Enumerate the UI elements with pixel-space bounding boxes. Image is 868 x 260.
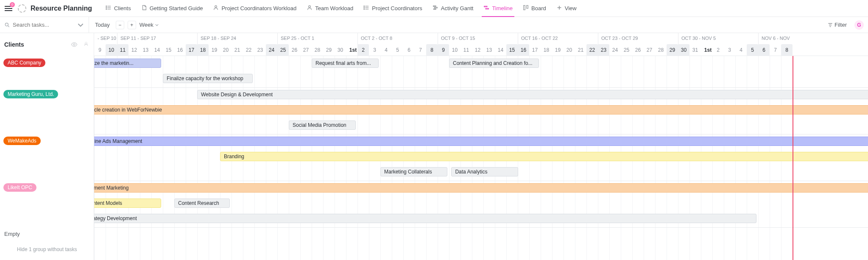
task-bar[interactable]: Content Research	[174, 198, 230, 208]
day-cell[interactable]: 24	[609, 44, 621, 56]
day-cell[interactable]: 10	[106, 44, 117, 56]
day-cell[interactable]: 9	[438, 44, 449, 56]
tab-board[interactable]: Board	[518, 0, 551, 17]
day-cell[interactable]: 10	[449, 44, 461, 56]
day-cell[interactable]: 28	[312, 44, 323, 56]
task-bar[interactable]: Request final arts from...	[312, 59, 379, 68]
day-cell[interactable]: 5	[747, 44, 758, 56]
day-cell[interactable]: 12	[128, 44, 140, 56]
day-cell[interactable]: 14	[495, 44, 506, 56]
day-cell[interactable]: 27	[644, 44, 655, 56]
day-cell[interactable]: 27	[300, 44, 312, 56]
hide-groups-link[interactable]: Hide 1 group without tasks	[0, 240, 94, 252]
day-cell[interactable]: 13	[140, 44, 151, 56]
day-cell[interactable]: 2	[712, 44, 724, 56]
day-cell[interactable]: 21	[575, 44, 586, 56]
day-cell[interactable]: 4	[735, 44, 747, 56]
tab-getting-started-guide[interactable]: Getting Started Guide	[136, 0, 208, 17]
day-cell[interactable]: 20	[220, 44, 232, 56]
day-cell[interactable]: 20	[564, 44, 575, 56]
task-bar[interactable]: Article creation in WebForNewbie	[94, 105, 868, 115]
task-bar[interactable]: Content Models	[94, 198, 161, 208]
day-cell[interactable]: 15	[163, 44, 174, 56]
empty-group[interactable]: Empty	[0, 227, 94, 240]
day-cell[interactable]: 11	[117, 44, 128, 56]
task-bar[interactable]: Marketing Collaterals	[380, 167, 447, 176]
group-pill[interactable]: Marketing Guru, Ltd.	[3, 90, 58, 98]
day-cell[interactable]: 6	[758, 44, 770, 56]
day-cell[interactable]: 5	[392, 44, 403, 56]
day-cell[interactable]: 4	[380, 44, 392, 56]
day-cell[interactable]: 25	[621, 44, 632, 56]
tab-project-coordinators[interactable]: Project Coordinators	[358, 0, 427, 17]
day-cell[interactable]: 19	[209, 44, 220, 56]
task-bar[interactable]: Online Ads Management	[94, 137, 868, 146]
search-input[interactable]	[13, 22, 64, 28]
task-bar[interactable]: Moment Marketing	[94, 183, 868, 193]
day-cell[interactable]: 12	[472, 44, 483, 56]
day-cell[interactable]: 31	[689, 44, 701, 56]
tab-team-workload[interactable]: Team Workload	[301, 0, 358, 17]
day-cell[interactable]: 26	[289, 44, 300, 56]
day-cell[interactable]: 29	[323, 44, 335, 56]
day-cell[interactable]: 7	[770, 44, 781, 56]
task-bar[interactable]: Content Planning and Creation fo...	[449, 59, 539, 68]
tab-activity-gantt[interactable]: Activity Gantt	[427, 0, 479, 17]
day-cell[interactable]: 18	[197, 44, 209, 56]
day-cell[interactable]: 23	[254, 44, 266, 56]
day-cell[interactable]: 9	[94, 44, 106, 56]
day-cell[interactable]: 8	[781, 44, 793, 56]
day-cell[interactable]: 22	[243, 44, 254, 56]
day-cell[interactable]: 7	[415, 44, 426, 56]
day-cell[interactable]: 16	[174, 44, 186, 56]
group-settings-button[interactable]: G	[854, 20, 864, 30]
day-cell[interactable]: 24	[266, 44, 277, 56]
day-cell[interactable]: 22	[586, 44, 598, 56]
day-cell[interactable]: 17	[186, 44, 197, 56]
tab-timeline[interactable]: Timeline	[478, 0, 518, 17]
zoom-in-button[interactable]: +	[128, 21, 136, 29]
zoom-out-button[interactable]: −	[116, 21, 124, 29]
day-cell[interactable]: 2	[357, 44, 369, 56]
day-cell[interactable]: 16	[518, 44, 529, 56]
day-cell[interactable]: 18	[541, 44, 552, 56]
filter-button[interactable]: Filter	[828, 22, 847, 28]
visibility-icon[interactable]	[71, 41, 78, 48]
group-pill[interactable]: LikeIt OPC	[3, 183, 36, 192]
day-cell[interactable]: 11	[461, 44, 472, 56]
tab-project-coordinators-workload[interactable]: Project Coordinators Workload	[208, 0, 301, 17]
day-cell[interactable]: 8	[426, 44, 438, 56]
task-bar[interactable]: Branding	[220, 152, 868, 161]
day-cell[interactable]: 19	[552, 44, 564, 56]
day-cell[interactable]: 3	[724, 44, 735, 56]
task-bar[interactable]: nalize the marketin...	[94, 59, 161, 68]
day-cell[interactable]: 29	[667, 44, 678, 56]
day-cell[interactable]: 14	[151, 44, 163, 56]
day-cell[interactable]: 21	[232, 44, 243, 56]
tab-clients[interactable]: Clients	[100, 0, 136, 17]
day-cell[interactable]: 28	[655, 44, 667, 56]
day-cell[interactable]: 23	[598, 44, 609, 56]
day-cell[interactable]: 30	[678, 44, 689, 56]
day-cell[interactable]: 3	[369, 44, 380, 56]
tab-view[interactable]: View	[551, 0, 582, 17]
task-bar[interactable]: Data Analytics	[451, 167, 518, 176]
task-bar[interactable]: Finalize capacity for the workshop	[163, 74, 253, 83]
group-pill[interactable]: ABC Company	[3, 59, 45, 67]
day-cell[interactable]: 17	[529, 44, 541, 56]
group-pill[interactable]: WeMakeAds	[3, 137, 41, 145]
chevron-down-icon[interactable]	[78, 22, 84, 28]
menu-button[interactable]: 0	[3, 3, 14, 14]
day-cell[interactable]: 6	[403, 44, 415, 56]
today-button[interactable]: Today	[92, 22, 112, 28]
zoom-select[interactable]: Week	[140, 22, 159, 28]
task-bar[interactable]: Website Design & Development	[197, 90, 868, 99]
task-bar[interactable]: Social Media Promotion	[289, 120, 356, 130]
day-cell[interactable]: 26	[632, 44, 644, 56]
day-cell[interactable]: 15	[506, 44, 518, 56]
task-bar[interactable]: Strategy Development	[94, 214, 756, 223]
day-cell[interactable]: 25	[277, 44, 289, 56]
day-cell[interactable]: 30	[335, 44, 346, 56]
day-cell[interactable]: 13	[483, 44, 495, 56]
collapse-icon[interactable]	[83, 41, 89, 48]
